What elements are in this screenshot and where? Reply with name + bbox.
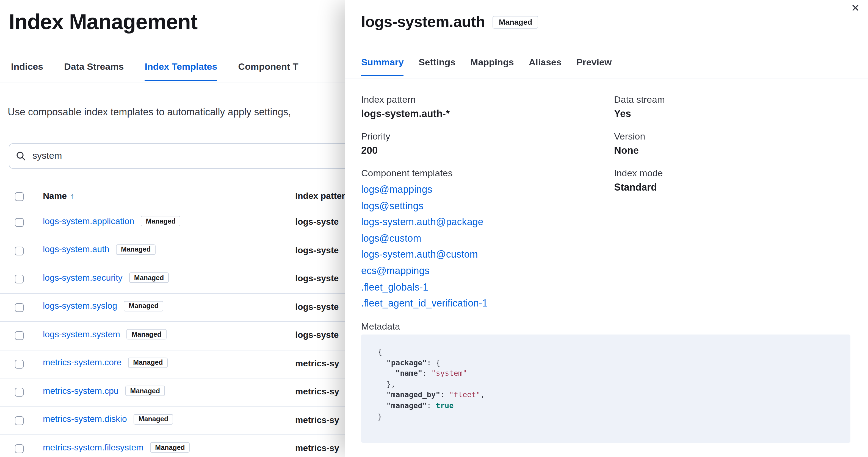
- flyout-tabs: SummarySettingsMappingsAliasesPreview: [361, 57, 612, 76]
- page-tabs: IndicesData StreamsIndex TemplatesCompon…: [11, 62, 299, 81]
- select-row-checkbox[interactable]: [15, 275, 24, 284]
- flyout-header: logs-system.auth Managed: [361, 13, 538, 31]
- template-name-link[interactable]: logs-system.security: [43, 273, 123, 283]
- tab-index-templates[interactable]: Index Templates: [145, 62, 217, 81]
- component-template-link[interactable]: logs@settings: [361, 198, 603, 214]
- index-pattern-cell: metrics-sy: [295, 387, 339, 397]
- component-template-link[interactable]: ecs@mappings: [361, 263, 603, 279]
- select-row-checkbox[interactable]: [15, 331, 24, 340]
- template-name-link[interactable]: logs-system.auth: [43, 244, 110, 254]
- template-name-link[interactable]: metrics-system.cpu: [43, 386, 119, 396]
- flyout-tabs-divider: [345, 78, 868, 79]
- index-pattern-cell: logs-syste: [295, 302, 339, 312]
- select-row-checkbox[interactable]: [15, 416, 24, 425]
- version-value: None: [614, 145, 790, 157]
- code-line: "managed": true: [378, 400, 850, 411]
- template-name-link[interactable]: logs-system.system: [43, 329, 120, 339]
- component-template-link[interactable]: logs-system.auth@custom: [361, 247, 603, 263]
- select-row-checkbox[interactable]: [15, 303, 24, 312]
- data-stream-value: Yes: [614, 108, 790, 120]
- summary-right-column: Data stream Yes Version None Index mode …: [614, 95, 790, 205]
- managed-badge: Managed: [116, 244, 156, 255]
- select-row-checkbox[interactable]: [15, 444, 24, 453]
- metadata-label: Metadata: [361, 321, 400, 332]
- managed-badge: Managed: [150, 442, 190, 453]
- index-pattern-value: logs-system.auth-*: [361, 108, 603, 120]
- version-label: Version: [614, 131, 790, 142]
- component-template-link[interactable]: .fleet_globals-1: [361, 279, 603, 295]
- index-mode-label: Index mode: [614, 168, 790, 179]
- page-description: Use composable index templates to automa…: [8, 106, 291, 118]
- code-line: },: [378, 379, 850, 390]
- code-line: "managed_by": "fleet",: [378, 390, 850, 400]
- metadata-code-block: { "package": { "name": "system" }, "mana…: [361, 334, 850, 443]
- select-row-checkbox[interactable]: [15, 388, 24, 397]
- component-template-link[interactable]: logs@mappings: [361, 182, 603, 198]
- column-header-name[interactable]: Name↑: [43, 191, 74, 201]
- managed-badge: Managed: [493, 15, 538, 28]
- index-pattern-cell: metrics-sy: [295, 358, 339, 368]
- managed-badge: Managed: [129, 272, 169, 283]
- flyout-tab-preview[interactable]: Preview: [577, 57, 612, 76]
- index-pattern-cell: metrics-sy: [295, 415, 339, 425]
- index-pattern-cell: logs-syste: [295, 217, 339, 227]
- template-name-link[interactable]: metrics-system.filesystem: [43, 443, 144, 452]
- select-all-checkbox[interactable]: [15, 192, 24, 201]
- index-pattern-label: Index pattern: [361, 95, 603, 105]
- code-line: }: [378, 411, 850, 422]
- component-templates-list: logs@mappingslogs@settingslogs-system.au…: [361, 182, 603, 312]
- template-name-link[interactable]: logs-system.syslog: [43, 301, 117, 311]
- template-name-link[interactable]: metrics-system.diskio: [43, 414, 127, 424]
- flyout-tab-aliases[interactable]: Aliases: [529, 57, 561, 76]
- managed-badge: Managed: [133, 414, 173, 424]
- screen: Index Management IndicesData StreamsInde…: [0, 0, 868, 457]
- select-row-checkbox[interactable]: [15, 218, 24, 227]
- managed-badge: Managed: [125, 386, 165, 396]
- flyout-tab-summary[interactable]: Summary: [361, 57, 404, 76]
- managed-badge: Managed: [128, 357, 168, 368]
- data-stream-label: Data stream: [614, 95, 790, 105]
- component-template-link[interactable]: .fleet_agent_id_verification-1: [361, 295, 603, 312]
- search-icon: [16, 151, 26, 161]
- tab-indices[interactable]: Indices: [11, 62, 43, 81]
- select-row-checkbox[interactable]: [15, 247, 24, 255]
- summary-left-column: Index pattern logs-system.auth-* Priorit…: [361, 95, 603, 312]
- index-pattern-cell: metrics-sy: [295, 443, 339, 453]
- page-title: Index Management: [9, 10, 197, 34]
- index-management-page: Index Management IndicesData StreamsInde…: [0, 0, 868, 457]
- select-row-checkbox[interactable]: [15, 359, 24, 368]
- component-template-link[interactable]: logs@custom: [361, 231, 603, 247]
- flyout-title: logs-system.auth: [361, 13, 485, 31]
- template-name-link[interactable]: metrics-system.core: [43, 358, 122, 367]
- flyout-tab-settings[interactable]: Settings: [418, 57, 456, 76]
- index-pattern-cell: logs-syste: [295, 330, 339, 340]
- managed-badge: Managed: [127, 329, 166, 339]
- flyout-tab-mappings[interactable]: Mappings: [470, 57, 514, 76]
- index-mode-value: Standard: [614, 182, 790, 193]
- template-name-link[interactable]: logs-system.application: [43, 216, 134, 226]
- component-templates-label: Component templates: [361, 168, 603, 179]
- priority-value: 200: [361, 145, 603, 157]
- tab-data-streams[interactable]: Data Streams: [64, 62, 124, 81]
- index-pattern-cell: logs-syste: [295, 273, 339, 284]
- column-header-index-patterns: Index patter: [295, 191, 345, 201]
- managed-badge: Managed: [141, 216, 181, 226]
- code-line: {: [378, 347, 850, 357]
- managed-badge: Managed: [124, 301, 163, 311]
- sort-ascending-icon: ↑: [70, 191, 74, 200]
- priority-label: Priority: [361, 131, 603, 142]
- tab-component-t[interactable]: Component T: [238, 62, 298, 81]
- index-pattern-cell: logs-syste: [295, 245, 339, 255]
- code-line: "package": {: [378, 357, 850, 368]
- code-line: "name": "system": [378, 368, 850, 379]
- component-template-link[interactable]: logs-system.auth@package: [361, 214, 603, 230]
- close-icon[interactable]: ✕: [851, 3, 860, 13]
